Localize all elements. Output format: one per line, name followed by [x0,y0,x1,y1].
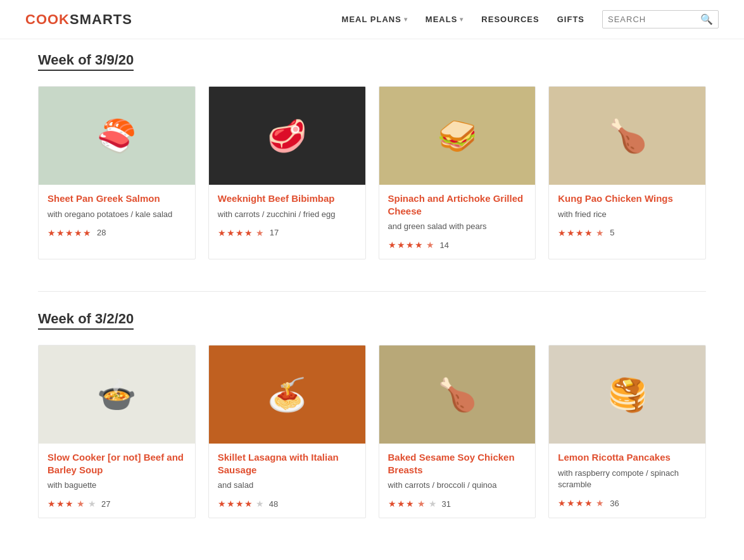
star-filled: ★★★★★ [47,228,92,238]
meal-subtitle: with fried rice [558,209,697,220]
star-filled: ★★★★ [558,228,593,238]
meal-subtitle: with oregano potatoes / kale salad [47,209,186,220]
meal-title[interactable]: Sheet Pan Greek Salmon [47,192,186,205]
stars-row: ★★★★★5 [558,228,697,238]
review-count: 31 [442,499,451,509]
meal-card[interactable]: 🥩Weeknight Beef Bibimbapwith carrots / z… [208,86,366,259]
star-filled: ★★★ [388,499,415,509]
meal-grid: 🍲Slow Cooker [or not] Beef and Barley So… [38,345,706,518]
meal-image: 🥩 [209,87,365,185]
meal-subtitle: and salad [218,480,356,491]
star-filled: ★★★ [47,499,74,509]
week-title: Week of 3/9/20 [38,52,134,71]
review-count: 36 [610,499,619,508]
meal-card[interactable]: 🥪Spinach and Artichoke Grilled Cheeseand… [379,86,536,259]
stars-row: ★★★★★36 [558,498,697,508]
main-content: Week of 3/9/20🍣Sheet Pan Greek Salmonwit… [0,39,744,560]
meal-card[interactable]: 🍗Kung Pao Chicken Wingswith fried rice★★… [548,86,706,259]
main-nav: MEAL PLANS ▾ MEALS ▾ RESOURCES GIFTS 🔍 [342,10,719,28]
meal-subtitle: and green salad with pears [388,221,527,232]
week-title: Week of 3/2/20 [38,311,134,330]
star-filled: ★★★★ [218,228,253,238]
stars-row: ★★★★★48 [218,499,356,509]
nav-gifts[interactable]: GIFTS [557,15,584,24]
meal-title[interactable]: Weeknight Beef Bibimbap [218,192,356,205]
meal-image: 🍣 [39,87,195,185]
meal-card[interactable]: 🍣Sheet Pan Greek Salmonwith oregano pota… [38,86,196,259]
meal-card[interactable]: 🥞Lemon Ricotta Pancakeswith raspberry co… [548,345,706,518]
site-header: COOKSMARTS MEAL PLANS ▾ MEALS ▾ RESOURCE… [0,0,744,39]
logo-smarts: SMARTS [70,11,132,27]
section-divider [38,291,706,292]
meal-subtitle: with baguette [47,480,186,491]
stars-row: ★★★★★28 [47,228,186,238]
meal-image: 🥪 [379,87,536,185]
star-half: ★ [77,499,85,509]
meal-subtitle: with carrots / broccoli / quinoa [388,480,527,491]
star-filled: ★★★★ [558,498,593,508]
meal-image: 🍗 [549,87,705,185]
week-section: Week of 3/9/20🍣Sheet Pan Greek Salmonwit… [38,52,706,259]
nav-meal-plans[interactable]: MEAL PLANS ▾ [342,15,408,24]
chevron-down-icon: ▾ [404,16,408,23]
star-half: ★ [426,240,435,250]
review-count: 27 [101,499,110,509]
meal-subtitle: with raspberry compote / spinach scrambl… [558,468,697,490]
star-filled: ★★★★ [388,240,424,250]
stars-row: ★★★★★14 [388,240,527,250]
meal-title[interactable]: Slow Cooker [or not] Beef and Barley Sou… [47,451,186,476]
meal-card[interactable]: 🍝Skillet Lasagna with Italian Sausageand… [208,345,366,518]
meal-title[interactable]: Baked Sesame Soy Chicken Breasts [388,451,527,476]
star-half: ★ [596,228,605,238]
meal-image: 🍝 [209,345,365,444]
nav-meals[interactable]: MEALS ▾ [426,15,464,24]
meal-title[interactable]: Lemon Ricotta Pancakes [558,451,697,464]
search-bar[interactable]: 🔍 [602,10,719,28]
site-logo[interactable]: COOKSMARTS [25,11,132,28]
star-empty: ★ [256,499,264,509]
meal-image: 🥞 [549,345,705,444]
meal-title[interactable]: Skillet Lasagna with Italian Sausage [218,451,356,476]
star-empty: ★ [88,499,96,509]
review-count: 48 [269,499,278,509]
search-icon: 🔍 [700,13,713,25]
chevron-down-icon: ▾ [460,16,463,23]
star-filled: ★★★★ [218,499,253,509]
review-count: 28 [97,228,106,237]
stars-row: ★★★★★17 [218,228,356,238]
week-section: Week of 3/2/20🍲Slow Cooker [or not] Beef… [38,311,706,518]
review-count: 14 [440,240,449,250]
meal-title[interactable]: Spinach and Artichoke Grilled Cheese [388,192,527,217]
meal-image: 🍲 [39,345,195,444]
stars-row: ★★★★★31 [388,499,527,509]
review-count: 17 [270,228,279,237]
star-empty: ★ [429,499,437,509]
star-half: ★ [417,499,426,509]
meal-title[interactable]: Kung Pao Chicken Wings [558,192,697,205]
meal-grid: 🍣Sheet Pan Greek Salmonwith oregano pota… [38,86,706,259]
star-half: ★ [256,228,265,238]
meal-image: 🍗 [379,345,536,444]
review-count: 5 [610,228,614,237]
search-input[interactable] [608,15,697,24]
stars-row: ★★★★★27 [47,499,186,509]
logo-cook: COOK [25,11,70,27]
meal-subtitle: with carrots / zucchini / fried egg [218,209,356,220]
star-half: ★ [596,498,605,508]
meal-card[interactable]: 🍲Slow Cooker [or not] Beef and Barley So… [38,345,196,518]
meal-card[interactable]: 🍗Baked Sesame Soy Chicken Breastswith ca… [379,345,536,518]
nav-resources[interactable]: RESOURCES [481,15,539,24]
